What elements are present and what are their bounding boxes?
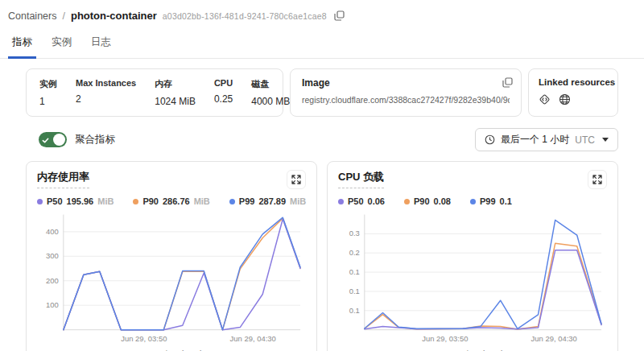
- cpu-chart-legend: P50 0.06 P90 0.08 P99 0.1: [338, 196, 607, 206]
- legend-name: P90: [142, 196, 159, 206]
- expand-memory-chart-button[interactable]: [287, 170, 306, 189]
- expand-cpu-chart-button[interactable]: [588, 170, 607, 189]
- aggregate-metrics-toggle[interactable]: [39, 132, 67, 147]
- memory-usage-line-chart[interactable]: 100200300400Jun 29, 03:50Jun 29, 04:30Ti…: [37, 208, 306, 351]
- legend-item-p50[interactable]: P50 195.96 MiB: [37, 196, 114, 206]
- svg-text:400: 400: [46, 227, 59, 236]
- image-registry-path: registry.cloudflare.com/3388cac272427f/9…: [302, 95, 510, 105]
- svg-text:300: 300: [46, 251, 59, 260]
- stat-label: 磁盘: [251, 78, 290, 90]
- stat-cpu: CPU 0.25: [214, 78, 233, 107]
- globe-icon: [559, 93, 571, 105]
- legend-item-p99[interactable]: P99 287.89 MiB: [229, 196, 306, 206]
- legend-value: 0.06: [368, 196, 385, 206]
- domain-resource-link[interactable]: [559, 93, 571, 105]
- stat-value: 2: [76, 93, 136, 105]
- legend-value: 286.76: [163, 196, 190, 206]
- breadcrumb: Containers / photon-container a03d02bb-1…: [0, 0, 644, 26]
- memory-chart-legend: P50 195.96 MiB P90 286.76 MiB P99 287.89…: [37, 196, 306, 206]
- stat-memory: 内存 1024 MiB: [155, 78, 196, 107]
- image-card-label: Image: [302, 77, 510, 89]
- svg-text:0.3: 0.3: [349, 229, 360, 237]
- memory-usage-chart-card: 内存使用率 P50 195.96 MiB P90 286.76 MiB: [26, 161, 317, 351]
- clock-icon: [485, 134, 495, 145]
- p99-color-dot: [470, 199, 476, 204]
- p90-color-dot: [133, 199, 138, 204]
- image-card: Image registry.cloudflare.com/3388cac272…: [290, 68, 522, 117]
- container-id: a03d02bb-136f-481d-9241-780c6ae1cae8: [163, 11, 327, 21]
- p90-color-dot: [404, 199, 410, 204]
- stat-instances: 实例 1: [39, 78, 57, 107]
- legend-name: P50: [348, 196, 364, 206]
- time-range-value: 最后一个 1 小时: [501, 133, 569, 147]
- legend-item-p90[interactable]: P90 286.76 MiB: [133, 196, 209, 206]
- svg-text:0.1: 0.1: [349, 267, 360, 276]
- chevron-down-icon: [602, 138, 609, 142]
- stat-label: 内存: [155, 78, 196, 90]
- p50-color-dot: [37, 199, 43, 204]
- svg-text:0.1: 0.1: [349, 287, 360, 295]
- svg-text:Jun 29, 03:50: Jun 29, 03:50: [121, 334, 167, 343]
- breadcrumb-containers-link[interactable]: Containers: [8, 10, 56, 22]
- legend-name: P99: [480, 196, 496, 206]
- tab-instances[interactable]: 实例: [47, 29, 76, 59]
- linked-resources-label: Linked resources: [539, 77, 608, 87]
- legend-value: 0.1: [500, 196, 512, 206]
- tab-bar: 指标 实例 日志: [0, 29, 644, 59]
- instance-stats-card: 实例 1 Max Instances 2 内存 1024 MiB CPU 0.2…: [26, 68, 283, 117]
- stat-label: CPU: [214, 78, 233, 88]
- svg-text:Jun 29, 03:50: Jun 29, 03:50: [422, 334, 468, 343]
- time-range-dropdown[interactable]: 最后一个 1 小时 UTC: [475, 128, 618, 151]
- tab-logs[interactable]: 日志: [87, 29, 115, 59]
- legend-name: P99: [239, 196, 255, 206]
- page-title: photon-container: [71, 10, 157, 22]
- worker-resource-link[interactable]: [539, 93, 551, 105]
- toggle-knob: [53, 134, 65, 146]
- svg-text:0.1: 0.1: [349, 306, 360, 315]
- metrics-controls: 聚合指标 最后一个 1 小时 UTC: [26, 128, 618, 151]
- legend-unit: MiB: [194, 196, 210, 206]
- expand-icon: [592, 175, 602, 184]
- cpu-load-chart-card: CPU 负载 P50 0.06 P90 0.08: [327, 161, 618, 351]
- time-range-timezone: UTC: [575, 134, 595, 146]
- svg-text:200: 200: [46, 276, 59, 285]
- expand-icon: [291, 175, 301, 184]
- stat-value: 0.25: [214, 93, 233, 105]
- legend-item-p50[interactable]: P50 0.06: [338, 196, 385, 206]
- tab-metrics[interactable]: 指标: [8, 29, 36, 59]
- copy-id-button[interactable]: [332, 9, 346, 23]
- svg-text:100: 100: [46, 300, 59, 309]
- p50-color-dot: [338, 199, 344, 204]
- cpu-chart-title: CPU 负载: [338, 170, 384, 188]
- legend-unit: MiB: [97, 196, 114, 206]
- cpu-load-line-chart[interactable]: 0.10.10.10.20.3Jun 29, 03:50Jun 29, 04:3…: [338, 208, 607, 351]
- linked-resources-card: Linked resources: [528, 68, 618, 117]
- legend-value: 0.08: [434, 196, 451, 206]
- svg-text:0.2: 0.2: [349, 248, 360, 257]
- copy-image-button[interactable]: [501, 76, 514, 89]
- copy-icon: [502, 77, 513, 88]
- breadcrumb-separator: /: [62, 10, 64, 22]
- stat-label: Max Instances: [76, 78, 136, 88]
- copy-icon: [334, 10, 345, 21]
- svg-text:Jun 29, 04:30: Jun 29, 04:30: [531, 334, 577, 343]
- legend-item-p99[interactable]: P99 0.1: [470, 196, 512, 206]
- summary-row: 实例 1 Max Instances 2 内存 1024 MiB CPU 0.2…: [26, 68, 618, 117]
- legend-value: 195.96: [67, 196, 94, 206]
- legend-unit: MiB: [290, 196, 306, 206]
- stat-value: 1: [39, 96, 57, 107]
- stat-disk: 磁盘 4000 MB: [251, 78, 290, 107]
- aggregate-metrics-label: 聚合指标: [75, 133, 115, 147]
- stat-label: 实例: [39, 78, 57, 90]
- legend-value: 287.89: [258, 196, 286, 206]
- stat-max-instances: Max Instances 2: [76, 78, 136, 107]
- memory-chart-title: 内存使用率: [37, 170, 89, 188]
- legend-item-p90[interactable]: P90 0.08: [404, 196, 451, 206]
- stat-value: 1024 MiB: [155, 96, 196, 107]
- legend-name: P50: [47, 196, 63, 206]
- legend-name: P90: [414, 196, 430, 206]
- workers-icon: [539, 93, 551, 105]
- svg-text:Jun 29, 04:30: Jun 29, 04:30: [230, 334, 276, 343]
- stat-value: 4000 MB: [251, 96, 290, 107]
- p99-color-dot: [229, 199, 235, 204]
